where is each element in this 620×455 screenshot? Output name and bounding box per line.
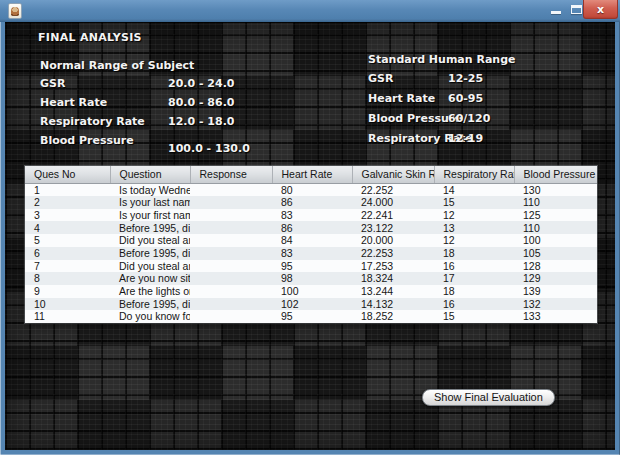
table-row[interactable]: 3Is your first nam...8322.24112125: [25, 209, 597, 222]
table-cell[interactable]: 9: [25, 285, 110, 298]
table-cell[interactable]: 86: [272, 221, 352, 234]
table-cell[interactable]: 6: [25, 247, 110, 260]
table-cell[interactable]: 18.252: [352, 310, 434, 323]
table-cell[interactable]: 5: [25, 234, 110, 247]
titlebar[interactable]: x: [0, 0, 620, 22]
column-header[interactable]: Blood Pressure: [514, 166, 597, 183]
table-row[interactable]: 8Are you now sitti...9818.32417129: [25, 272, 597, 285]
table-row[interactable]: 1Is today Wedne...8022.25214130: [25, 183, 597, 196]
table-cell[interactable]: 105: [514, 247, 597, 260]
column-header[interactable]: Heart Rate: [272, 166, 352, 183]
table-cell[interactable]: 102: [272, 298, 352, 311]
table-cell[interactable]: 132: [514, 298, 597, 311]
table-cell[interactable]: 16: [434, 298, 514, 311]
minimize-button[interactable]: [548, 0, 564, 20]
table-cell[interactable]: 129: [514, 272, 597, 285]
table-cell[interactable]: 15: [434, 310, 514, 323]
table-cell[interactable]: [190, 196, 272, 209]
table-cell[interactable]: Did you steal an...: [110, 260, 190, 273]
table-cell[interactable]: 125: [514, 209, 597, 222]
table-cell[interactable]: Is today Wedne...: [110, 183, 190, 196]
table-cell[interactable]: Is your first nam...: [110, 209, 190, 222]
table-cell[interactable]: 12: [434, 234, 514, 247]
table-cell[interactable]: 95: [272, 310, 352, 323]
table-cell[interactable]: 18: [434, 285, 514, 298]
table-cell[interactable]: 110: [514, 196, 597, 209]
table-cell[interactable]: Are the lights on...: [110, 285, 190, 298]
table-cell[interactable]: 20.000: [352, 234, 434, 247]
table-cell[interactable]: [190, 310, 272, 323]
table-cell[interactable]: [190, 183, 272, 196]
table-cell[interactable]: 100: [272, 285, 352, 298]
column-header[interactable]: Ques No: [25, 166, 110, 183]
table-cell[interactable]: [190, 247, 272, 260]
table-cell[interactable]: 17.253: [352, 260, 434, 273]
show-final-evaluation-button[interactable]: Show Final Evaluation: [422, 389, 555, 406]
table-cell[interactable]: 95: [272, 260, 352, 273]
table-cell[interactable]: [190, 298, 272, 311]
table-cell[interactable]: 83: [272, 247, 352, 260]
table-cell[interactable]: Is your last nam...: [110, 196, 190, 209]
table-cell[interactable]: 14.132: [352, 298, 434, 311]
table-cell[interactable]: 130: [514, 183, 597, 196]
table-row[interactable]: 4Before 1995, di...8623.12213110: [25, 221, 597, 234]
table-cell[interactable]: 14: [434, 183, 514, 196]
table-cell[interactable]: 128: [514, 260, 597, 273]
table-row[interactable]: 6Before 1995, di...8322.25318105: [25, 247, 597, 260]
table-cell[interactable]: Before 1995, di...: [110, 298, 190, 311]
table-cell[interactable]: Before 1995, di...: [110, 247, 190, 260]
table-cell[interactable]: 8: [25, 272, 110, 285]
table-row[interactable]: 10Before 1995, di...10214.13216132: [25, 298, 597, 311]
standard-range-value-heart-rate: 60-95: [448, 92, 483, 105]
table-row[interactable]: 9Are the lights on...10013.24418139: [25, 285, 597, 298]
table-cell[interactable]: 7: [25, 260, 110, 273]
table-cell[interactable]: Before 1995, di...: [110, 221, 190, 234]
table-cell[interactable]: 22.241: [352, 209, 434, 222]
table-cell[interactable]: 16: [434, 260, 514, 273]
table-row[interactable]: 11Do you know for...9518.25215133: [25, 310, 597, 323]
table-cell[interactable]: 139: [514, 285, 597, 298]
table-cell[interactable]: 3: [25, 209, 110, 222]
table-cell[interactable]: 22.253: [352, 247, 434, 260]
table-cell[interactable]: 80: [272, 183, 352, 196]
table-cell[interactable]: 1: [25, 183, 110, 196]
close-button[interactable]: x: [583, 0, 618, 19]
column-header[interactable]: Response: [190, 166, 272, 183]
column-header[interactable]: Respiratory Rate: [434, 166, 514, 183]
table-cell[interactable]: 11: [25, 310, 110, 323]
table-cell[interactable]: 83: [272, 209, 352, 222]
table-cell[interactable]: 24.000: [352, 196, 434, 209]
table-cell[interactable]: 18.324: [352, 272, 434, 285]
table-cell[interactable]: 86: [272, 196, 352, 209]
table-cell[interactable]: 12: [434, 209, 514, 222]
table-cell[interactable]: 15: [434, 196, 514, 209]
table-cell[interactable]: 23.122: [352, 221, 434, 234]
table-cell[interactable]: Do you know for...: [110, 310, 190, 323]
table-cell[interactable]: 22.252: [352, 183, 434, 196]
table-cell[interactable]: 18: [434, 247, 514, 260]
table-row[interactable]: 2Is your last nam...8624.00015110: [25, 196, 597, 209]
table-cell[interactable]: 10: [25, 298, 110, 311]
table-cell[interactable]: 98: [272, 272, 352, 285]
table-cell[interactable]: 110: [514, 221, 597, 234]
table-cell[interactable]: 84: [272, 234, 352, 247]
table-cell[interactable]: 2: [25, 196, 110, 209]
table-row[interactable]: 7Did you steal an...9517.25316128: [25, 260, 597, 273]
table-cell[interactable]: [190, 260, 272, 273]
table-cell[interactable]: [190, 221, 272, 234]
table-cell[interactable]: 17: [434, 272, 514, 285]
table-row[interactable]: 5Did you steal an...8420.00012100: [25, 234, 597, 247]
column-header[interactable]: Galvanic Skin R...: [352, 166, 434, 183]
column-header[interactable]: Question: [110, 166, 190, 183]
table-cell[interactable]: [190, 209, 272, 222]
table-cell[interactable]: Did you steal an...: [110, 234, 190, 247]
table-cell[interactable]: 133: [514, 310, 597, 323]
table-cell[interactable]: [190, 234, 272, 247]
table-cell[interactable]: [190, 285, 272, 298]
table-cell[interactable]: 13: [434, 221, 514, 234]
table-cell[interactable]: 100: [514, 234, 597, 247]
table-cell[interactable]: Are you now sitti...: [110, 272, 190, 285]
table-cell[interactable]: [190, 272, 272, 285]
table-cell[interactable]: 4: [25, 221, 110, 234]
table-cell[interactable]: 13.244: [352, 285, 434, 298]
